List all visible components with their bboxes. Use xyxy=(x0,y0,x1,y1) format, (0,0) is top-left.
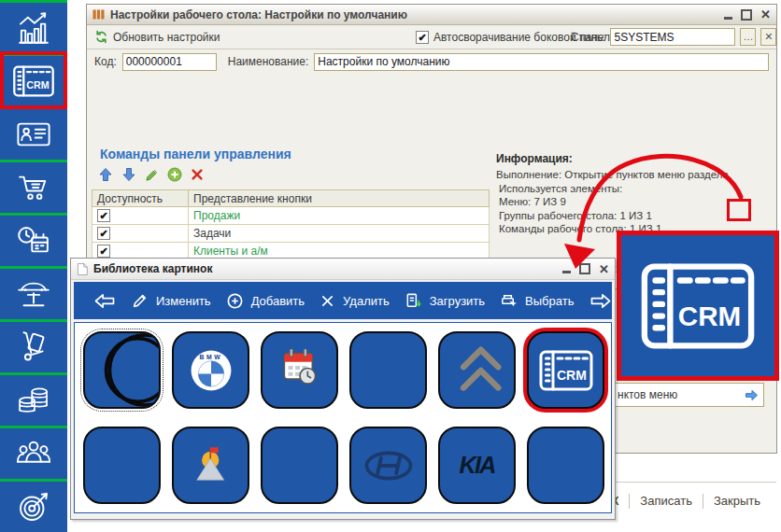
arc-logo-icon xyxy=(85,333,159,407)
window-footer: ОК Записать Закрыть xyxy=(591,492,771,510)
mountain-flag-icon xyxy=(181,436,241,496)
minimize-icon[interactable] xyxy=(562,271,571,273)
picture-tile-blank[interactable] xyxy=(83,427,161,504)
picture-tile-blank[interactable] xyxy=(349,331,427,409)
sidebar-item-cart[interactable] xyxy=(0,162,67,213)
picture-tile-achievement[interactable] xyxy=(172,427,249,504)
maximize-icon[interactable] xyxy=(579,263,590,274)
close-button[interactable]: Закрыть xyxy=(703,492,771,510)
picture-tile-blank[interactable] xyxy=(261,427,338,504)
sidebar-item-goals[interactable] xyxy=(0,482,67,532)
coins-icon xyxy=(14,381,53,420)
sidebar-item-warehouse[interactable] xyxy=(0,322,67,372)
add-button[interactable]: Добавить xyxy=(219,287,312,315)
info-block: Выполнение: Открытие пунктов меню раздел… xyxy=(496,168,731,236)
move-down-icon[interactable] xyxy=(121,167,136,182)
arrow-right-icon xyxy=(589,292,613,310)
chart-growth-icon xyxy=(14,8,53,48)
select-cursor-icon xyxy=(500,292,518,310)
document-icon xyxy=(77,262,88,276)
picture-tile-citroen[interactable] xyxy=(438,331,516,409)
move-up-icon[interactable] xyxy=(98,167,113,182)
column-header[interactable]: Представление кнопки xyxy=(189,190,490,207)
sidebar-item-crm[interactable] xyxy=(0,56,67,106)
row-checkbox[interactable]: ✔ xyxy=(97,209,110,222)
row-checkbox[interactable]: ✔ xyxy=(97,245,110,258)
bmw-logo-icon: BMW xyxy=(178,337,245,404)
citroen-logo-icon xyxy=(441,334,514,407)
arrow-left-icon xyxy=(92,292,117,310)
kia-logo-icon: KIA xyxy=(440,428,514,503)
picture-tile-bmw[interactable]: BMW xyxy=(172,331,249,409)
window-app-icon xyxy=(92,8,105,21)
select-button[interactable]: Выбрать xyxy=(492,287,581,315)
table-row[interactable]: ✔ Задачи xyxy=(92,225,490,243)
info-title: Информация: xyxy=(496,152,573,165)
commands-toolbar xyxy=(98,167,204,182)
shopping-cart-icon xyxy=(14,168,53,207)
picture-tile-crm[interactable] xyxy=(527,331,604,409)
crm-icon xyxy=(538,346,594,395)
go-arrow-icon[interactable] xyxy=(745,389,759,401)
delete-x-icon xyxy=(320,293,335,309)
sidebar-item-sales[interactable] xyxy=(0,3,67,53)
delete-button[interactable]: Удалить xyxy=(312,288,397,314)
sidebar-item-clients[interactable] xyxy=(0,109,67,160)
refresh-icon xyxy=(94,30,108,44)
commands-section-title: Команды панели управления xyxy=(100,147,291,161)
sidebar-item-finance[interactable] xyxy=(0,375,67,426)
page-forward-button[interactable] xyxy=(581,287,620,315)
svg-text:BMW: BMW xyxy=(199,354,222,360)
load-button[interactable]: Загрузить xyxy=(397,287,492,315)
column-header[interactable]: Доступность xyxy=(92,190,189,207)
hyundai-logo-icon xyxy=(353,430,424,501)
picture-library-dialog: Библиотека картинок ✕ Изменить Добавить xyxy=(70,258,616,520)
load-file-icon xyxy=(405,292,422,310)
write-button[interactable]: Записать xyxy=(630,492,703,510)
picture-tile-arc-logo[interactable] xyxy=(83,331,161,409)
delete-icon[interactable] xyxy=(191,168,204,181)
sidebar-item-autoservice[interactable] xyxy=(0,269,67,319)
refresh-settings-button[interactable]: Обновить настройки xyxy=(94,30,220,44)
row-checkbox[interactable]: ✔ xyxy=(97,227,110,240)
settings-window-titlebar[interactable]: Настройки рабочего стола: Настройки по у… xyxy=(87,5,776,25)
autocollapse-checkbox[interactable]: ✔ xyxy=(416,31,429,44)
sidebar-item-schedule[interactable] xyxy=(0,216,67,266)
maximize-icon[interactable] xyxy=(741,9,752,21)
calendar-clock-icon xyxy=(267,338,333,403)
edit-button[interactable]: Изменить xyxy=(124,287,219,314)
edit-pencil-icon xyxy=(132,292,149,309)
code-label: Код: xyxy=(94,55,117,68)
sidebar-item-staff[interactable] xyxy=(0,428,67,479)
crm-icon xyxy=(638,255,758,357)
style-label: Стиль: xyxy=(571,31,605,44)
style-more-button[interactable]: … xyxy=(740,28,756,46)
picture-tile-calendar[interactable] xyxy=(261,331,338,409)
hand-truck-icon xyxy=(14,328,53,367)
dialog-title: Библиотека картинок xyxy=(93,262,212,275)
desktop: { "sidebar": { "items": [ {"icon": "char… xyxy=(0,0,781,532)
table-row[interactable]: ✔ Продажи xyxy=(92,207,490,225)
page-back-button[interactable] xyxy=(85,287,124,315)
close-icon[interactable]: ✕ xyxy=(599,263,609,275)
dialog-toolbar: Изменить Добавить Удалить Загрузить xyxy=(74,282,612,319)
style-clear-icon[interactable]: ✕ xyxy=(760,28,776,46)
add-icon[interactable] xyxy=(167,167,182,182)
dialog-titlebar[interactable]: Библиотека картинок ✕ xyxy=(71,259,615,280)
picture-grid: BMW xyxy=(74,322,612,513)
sidebar xyxy=(0,0,67,532)
code-input[interactable] xyxy=(122,53,217,71)
picture-tile-blank[interactable] xyxy=(527,427,604,504)
picture-tile-hyundai[interactable] xyxy=(349,427,427,504)
svg-text:KIA: KIA xyxy=(459,451,495,477)
close-icon[interactable]: ✕ xyxy=(760,8,771,21)
minimize-icon[interactable] xyxy=(724,17,732,20)
edit-pencil-icon[interactable] xyxy=(145,168,159,182)
contact-card-icon xyxy=(14,115,53,154)
car-service-icon xyxy=(14,274,53,314)
style-input[interactable] xyxy=(610,28,735,46)
picture-tile-kia[interactable]: KIA xyxy=(438,427,516,504)
refresh-settings-label: Обновить настройки xyxy=(113,31,220,44)
window-title: Настройки рабочего стола: Настройки по у… xyxy=(110,8,407,21)
name-input[interactable] xyxy=(314,53,769,71)
